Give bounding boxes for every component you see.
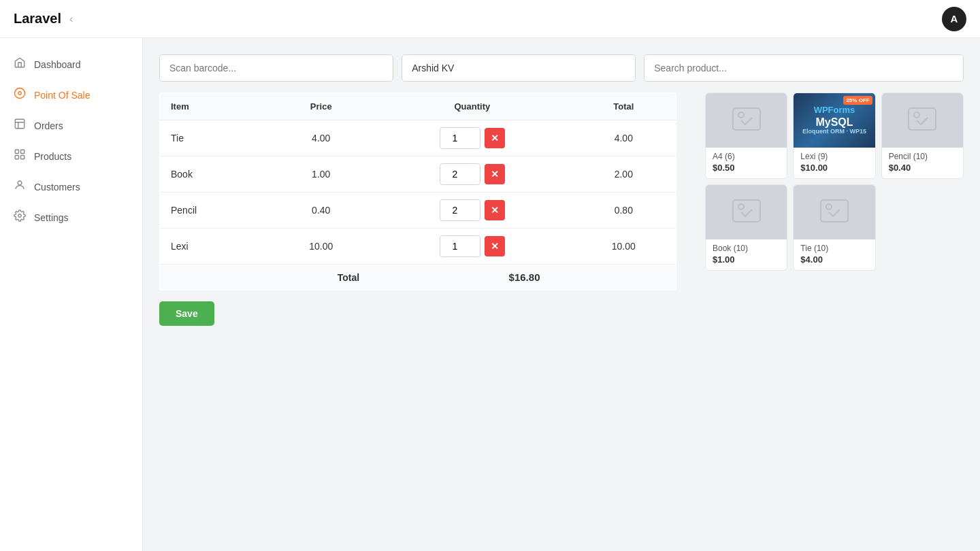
svg-rect-4 (21, 150, 24, 153)
item-price: 4.00 (269, 120, 373, 156)
product-price-book: $1.00 (713, 254, 780, 265)
svg-point-1 (18, 92, 22, 95)
svg-rect-15 (821, 200, 848, 222)
product-image-pencil (882, 93, 963, 148)
item-name: Pencil (160, 193, 270, 229)
col-quantity: Quantity (373, 93, 572, 120)
product-card-book[interactable]: Book (10) $1.00 (705, 184, 787, 271)
item-quantity-cell: ✕ (373, 120, 572, 156)
order-table: Item Price Quantity Total Tie 4.00 (159, 93, 676, 290)
product-card-pencil[interactable]: Pencil (10) $0.40 (881, 93, 964, 179)
product-image-tie (794, 185, 875, 239)
item-total: 10.00 (572, 229, 676, 265)
remove-button[interactable]: ✕ (485, 236, 505, 256)
tag-icon (14, 87, 26, 103)
product-price-tie: $4.00 (800, 254, 868, 265)
total-value: $16.80 (373, 265, 676, 290)
sidebar-item-orders[interactable]: Orders (0, 110, 142, 141)
avatar[interactable]: A (942, 7, 966, 31)
orders-icon (14, 118, 26, 133)
barcode-input[interactable] (159, 54, 393, 82)
svg-rect-6 (21, 156, 24, 159)
sidebar-label-settings: Settings (34, 212, 69, 223)
sidebar-item-settings[interactable]: Settings (0, 202, 142, 233)
table-row: Lexi 10.00 ✕ 10.00 (160, 229, 676, 265)
topbar: Laravel ‹ A (0, 0, 980, 38)
sidebar-label-dashboard: Dashboard (34, 59, 81, 70)
svg-rect-9 (733, 108, 760, 130)
svg-point-7 (18, 181, 22, 185)
left-panel: Item Price Quantity Total Tie 4.00 (159, 93, 694, 326)
product-card-lexi[interactable]: 25% OFF WPForms MySQL Eloquent ORM · WP1… (793, 93, 875, 179)
product-price-lexi: $10.00 (800, 163, 868, 173)
item-quantity-cell: ✕ (373, 156, 572, 193)
product-info-a4: A4 (6) $0.50 (706, 148, 787, 178)
svg-point-12 (914, 112, 919, 118)
grid-icon (14, 148, 26, 164)
table-row: Tie 4.00 ✕ 4.00 (160, 120, 676, 156)
quantity-input[interactable] (440, 199, 480, 221)
product-price-pencil: $0.40 (889, 163, 956, 173)
customer-input[interactable] (402, 54, 636, 82)
svg-rect-13 (733, 200, 760, 222)
remove-button[interactable]: ✕ (485, 164, 505, 184)
product-info-lexi: Lexi (9) $10.00 (794, 148, 875, 178)
table-row: Pencil 0.40 ✕ 0.80 (160, 193, 676, 229)
item-price: 1.00 (269, 156, 373, 193)
save-button[interactable]: Save (159, 301, 214, 326)
svg-rect-2 (15, 119, 24, 129)
svg-point-10 (738, 112, 744, 118)
search-input[interactable] (644, 54, 964, 82)
product-info-pencil: Pencil (10) $0.40 (882, 148, 963, 178)
lexi-card-text: WPForms MySQL Eloquent ORM · WP15 (802, 105, 866, 136)
product-name-lexi: Lexi (9) (800, 152, 868, 161)
back-icon[interactable]: ‹ (69, 13, 73, 25)
col-price: Price (269, 93, 373, 120)
col-total: Total (572, 93, 676, 120)
quantity-input[interactable] (440, 163, 480, 185)
item-name: Lexi (160, 229, 270, 265)
product-name-tie: Tie (10) (800, 244, 868, 253)
item-total: 4.00 (572, 120, 676, 156)
total-row: Total $16.80 (160, 265, 676, 290)
item-quantity-cell: ✕ (373, 193, 572, 229)
item-quantity-cell: ✕ (373, 229, 572, 265)
right-panel: A4 (6) $0.50 25% OFF WPForms MySQL Eloqu… (705, 93, 964, 326)
remove-button[interactable]: ✕ (485, 128, 505, 148)
sidebar-label-products: Products (34, 151, 71, 162)
quantity-input[interactable] (440, 127, 480, 149)
product-card-a4[interactable]: A4 (6) $0.50 (705, 93, 787, 179)
sidebar-item-products[interactable]: Products (0, 141, 142, 171)
product-info-book: Book (10) $1.00 (706, 239, 787, 270)
sidebar-item-customers[interactable]: Customers (0, 171, 142, 202)
product-info-tie: Tie (10) $4.00 (794, 239, 875, 270)
remove-button[interactable]: ✕ (485, 200, 505, 220)
quantity-input[interactable] (440, 235, 480, 257)
top-inputs-row (159, 54, 964, 82)
product-grid: A4 (6) $0.50 25% OFF WPForms MySQL Eloqu… (705, 93, 964, 271)
table-row: Book 1.00 ✕ 2.00 (160, 156, 676, 193)
main-content: Item Price Quantity Total Tie 4.00 (143, 38, 980, 551)
item-name: Tie (160, 120, 270, 156)
product-image-lexi: 25% OFF WPForms MySQL Eloquent ORM · WP1… (794, 93, 875, 148)
product-price-a4: $0.50 (713, 163, 780, 173)
svg-point-14 (738, 204, 744, 210)
sidebar-label-pos: Point Of Sale (34, 90, 91, 101)
svg-point-16 (826, 204, 832, 210)
product-name-pencil: Pencil (10) (889, 152, 956, 161)
item-price: 0.40 (269, 193, 373, 229)
item-name: Book (160, 156, 270, 193)
customers-icon (14, 179, 26, 195)
item-total: 2.00 (572, 156, 676, 193)
product-card-tie[interactable]: Tie (10) $4.00 (793, 184, 875, 271)
sidebar-label-orders: Orders (34, 120, 63, 131)
product-image-a4 (706, 93, 787, 148)
sidebar: Dashboard Point Of Sale Orders (0, 38, 143, 551)
item-total: 0.80 (572, 193, 676, 229)
svg-rect-5 (15, 156, 18, 159)
content-area: Item Price Quantity Total Tie 4.00 (159, 93, 964, 326)
sidebar-item-pos[interactable]: Point Of Sale (0, 80, 142, 110)
app-logo: Laravel (14, 11, 61, 27)
sidebar-item-dashboard[interactable]: Dashboard (0, 49, 142, 80)
lexi-badge: 25% OFF (843, 96, 872, 105)
